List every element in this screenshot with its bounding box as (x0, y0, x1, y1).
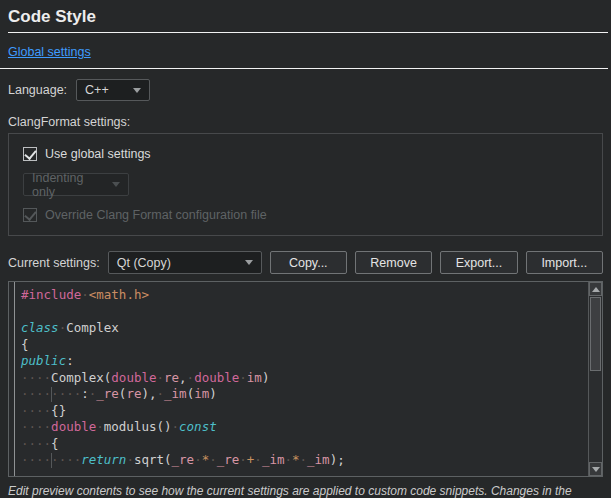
indent-guide (51, 387, 52, 402)
language-row: Language: C++ (8, 79, 603, 101)
scroll-down-button[interactable] (589, 462, 602, 476)
override-config-checkbox[interactable]: Override Clang Format configuration file (23, 208, 590, 222)
page-title: Code Style (0, 0, 611, 27)
footer-note: Edit preview contents to see how the cur… (8, 484, 603, 498)
export-button[interactable]: Export... (440, 251, 517, 274)
use-global-settings-checkbox[interactable]: Use global settings (23, 147, 590, 161)
language-select[interactable]: C++ (76, 79, 150, 101)
current-settings-row: Current settings: Qt (Copy) Copy... Remo… (8, 251, 603, 274)
editor-gutter-line (14, 282, 15, 476)
import-button[interactable]: Import... (526, 251, 603, 274)
chevron-down-icon (112, 182, 120, 187)
editor-vertical-scrollbar[interactable] (588, 282, 602, 476)
chevron-down-icon (133, 88, 141, 93)
clangformat-groupbox: Use global settings Indenting only Overr… (8, 133, 603, 236)
use-global-settings-label: Use global settings (45, 147, 151, 161)
code-preview-editor[interactable]: #include·<math.h> class·Complex{public:·… (8, 281, 603, 477)
current-settings-select[interactable]: Qt (Copy) (108, 251, 262, 274)
scroll-up-icon (592, 287, 600, 292)
chevron-down-icon (245, 260, 253, 265)
scroll-up-button[interactable] (589, 282, 602, 296)
code-style-settings-page: Code Style Global settings Language: C++… (0, 0, 611, 498)
copy-button[interactable]: Copy... (270, 251, 347, 274)
formatting-mode-value: Indenting only (32, 171, 104, 199)
formatting-mode-select[interactable]: Indenting only (23, 173, 129, 196)
language-select-value: C++ (85, 83, 109, 97)
check-icon (23, 208, 37, 222)
scroll-down-icon (592, 467, 600, 472)
clangformat-settings-label: ClangFormat settings: (8, 115, 603, 129)
remove-button[interactable]: Remove (355, 251, 432, 274)
global-settings-link[interactable]: Global settings (8, 45, 91, 59)
check-icon (23, 147, 37, 161)
current-settings-value: Qt (Copy) (117, 256, 171, 270)
language-label: Language: (8, 83, 67, 97)
scrollbar-thumb[interactable] (590, 297, 601, 371)
override-config-label: Override Clang Format configuration file (45, 208, 267, 222)
link-separator (0, 68, 608, 69)
current-settings-label: Current settings: (8, 256, 100, 270)
indent-guide (51, 453, 52, 468)
code-preview-text: #include·<math.h> class·Complex{public:·… (9, 282, 602, 476)
